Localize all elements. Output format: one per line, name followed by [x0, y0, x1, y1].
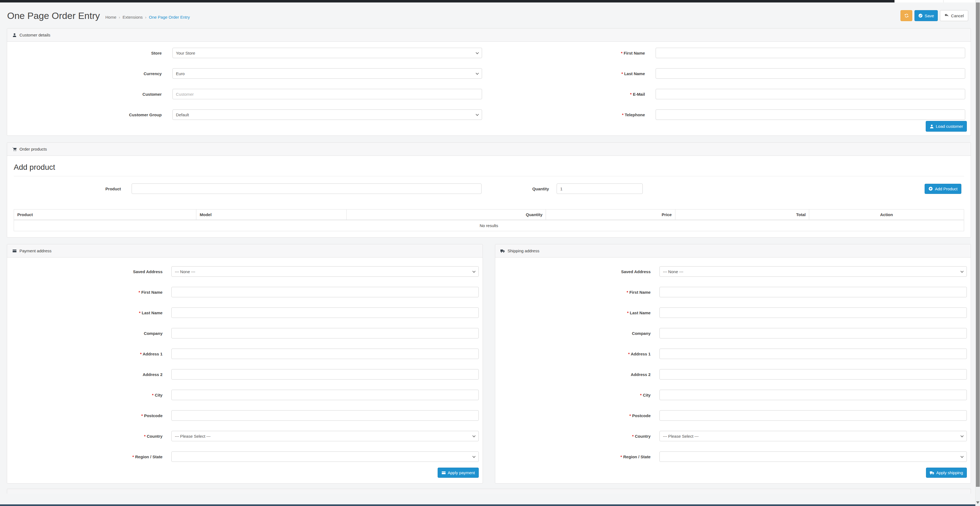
plus-circle-icon [928, 186, 933, 191]
payment-saved-address-select[interactable]: --- None --- [171, 266, 479, 277]
chevron-down-icon [960, 434, 964, 438]
last-name-input[interactable] [655, 68, 965, 79]
refresh-icon [904, 13, 909, 18]
customer-label: Customer [14, 92, 162, 97]
chevron-down-icon [472, 270, 476, 274]
scrollbar-thumb[interactable] [976, 2, 980, 487]
product-label: Product [14, 186, 121, 191]
breadcrumb-item-home[interactable]: Home [105, 15, 116, 19]
currency-label: Currency [14, 71, 162, 76]
payment-address-2-input[interactable] [171, 369, 479, 380]
column-header-product: Product [14, 210, 196, 220]
column-header-action: Action [809, 210, 964, 220]
payment-region-select[interactable] [171, 452, 479, 462]
save-button[interactable]: Save [915, 10, 938, 21]
shipping-last-name-input[interactable] [659, 307, 967, 318]
customer-group-select[interactable]: Default [172, 110, 482, 120]
shipping-postcode-input[interactable] [659, 410, 967, 421]
payment-last-name-input[interactable] [171, 307, 479, 318]
product-input[interactable] [132, 183, 482, 194]
shipping-country-value: --- Please Select --- [663, 434, 698, 439]
chevron-down-icon [472, 455, 476, 458]
payment-address-2-label: Address 2 [14, 372, 162, 377]
telephone-input[interactable] [655, 110, 965, 120]
customer-input[interactable] [172, 89, 482, 99]
shipping-company-input[interactable] [659, 328, 967, 339]
shipping-city-input[interactable] [659, 390, 967, 400]
cancel-button[interactable]: Cancel [940, 10, 968, 21]
top-edge-bar [0, 0, 975, 2]
shipping-saved-address-value: --- None --- [663, 269, 683, 274]
customer-details-title: Customer details [19, 33, 51, 37]
breadcrumb-item-extensions[interactable]: Extensions [116, 15, 143, 19]
payment-company-label: Company [14, 331, 162, 336]
shipping-saved-address-label: Saved Address [502, 269, 651, 274]
customer-group-label: Customer Group [14, 112, 162, 118]
shipping-apply-row: Apply shipping [502, 468, 967, 478]
shipping-last-name-label: Last Name [502, 310, 651, 315]
check-circle-icon [918, 13, 923, 18]
breadcrumb: Home Extensions One Page Order Entry [105, 15, 190, 19]
no-results-cell: No results [14, 220, 964, 231]
shipping-city-label: City [502, 393, 651, 398]
payment-region-label: Region / State [14, 454, 162, 459]
add-product-button[interactable]: Add Product [924, 184, 961, 194]
customer-group-select-value: Default [176, 113, 189, 117]
cancel-button-label: Cancel [951, 14, 964, 18]
shipping-address-2-input[interactable] [659, 369, 967, 380]
shipping-saved-address-select[interactable]: --- None --- [659, 266, 967, 277]
save-button-label: Save [924, 14, 934, 18]
telephone-label: Telephone [497, 112, 645, 118]
shipping-first-name-input[interactable] [659, 287, 967, 297]
email-input[interactable] [655, 89, 965, 99]
shipping-first-name-label: First Name [502, 290, 651, 295]
load-customer-label: Load customer [936, 124, 963, 128]
load-customer-button[interactable]: Load customer [926, 121, 967, 132]
order-products-body: Add product Product Quantity Add Product [7, 156, 970, 237]
refresh-button[interactable] [900, 10, 912, 21]
payment-first-name-label: First Name [14, 290, 162, 295]
email-label: E-Mail [497, 92, 645, 97]
shipping-address-body: Saved Address --- None --- First Name La… [495, 258, 970, 483]
payment-saved-address-label: Saved Address [14, 269, 162, 274]
scrollbar-down-arrow-icon[interactable] [976, 501, 980, 504]
payment-country-select[interactable]: --- Please Select --- [171, 431, 479, 441]
page-header: One Page Order Entry Home Extensions One… [0, 2, 975, 28]
payment-address-body: Saved Address --- None --- First Name La… [7, 258, 483, 483]
payment-last-name-label: Last Name [14, 310, 162, 315]
store-select[interactable]: Your Store [172, 48, 482, 58]
first-name-input[interactable] [655, 48, 965, 58]
reply-icon [944, 13, 949, 18]
shipping-postcode-label: Postcode [502, 413, 651, 418]
shipping-region-select[interactable] [659, 452, 967, 462]
shipping-address-1-label: Address 1 [502, 351, 651, 356]
apply-payment-button[interactable]: Apply payment [438, 468, 479, 478]
store-select-value: Your Store [176, 51, 195, 56]
payment-city-input[interactable] [171, 390, 479, 400]
payment-address-panel: Payment address Saved Address --- None -… [7, 244, 483, 484]
vertical-scrollbar[interactable] [975, 0, 980, 506]
payment-postcode-input[interactable] [171, 410, 479, 421]
user-icon [12, 33, 17, 37]
quantity-input[interactable] [557, 183, 643, 194]
shipping-address-1-input[interactable] [659, 348, 967, 359]
column-header-price: Price [546, 210, 675, 220]
shipping-company-label: Company [502, 331, 651, 336]
customer-details-heading: Customer details [7, 29, 970, 42]
payment-company-input[interactable] [171, 328, 479, 339]
store-label: Store [14, 51, 162, 56]
payment-first-name-input[interactable] [171, 287, 479, 297]
shipping-country-select[interactable]: --- Please Select --- [659, 431, 967, 441]
customer-details-actions: Load customer [7, 121, 970, 135]
payment-address-1-input[interactable] [171, 348, 479, 359]
currency-select[interactable]: Euro [172, 68, 482, 79]
breadcrumb-item-current[interactable]: One Page Order Entry [143, 15, 190, 19]
page: One Page Order Entry Home Extensions One… [0, 2, 975, 494]
apply-shipping-button[interactable]: Apply shipping [926, 468, 967, 478]
customer-details-left-column: Store Your Store Currency Euro [14, 48, 482, 120]
shipping-address-title: Shipping address [508, 248, 539, 253]
payment-address-1-label: Address 1 [14, 351, 162, 356]
header-actions: Save Cancel [900, 10, 968, 21]
payment-address-title: Payment address [19, 248, 52, 253]
credit-card-icon [441, 471, 446, 475]
